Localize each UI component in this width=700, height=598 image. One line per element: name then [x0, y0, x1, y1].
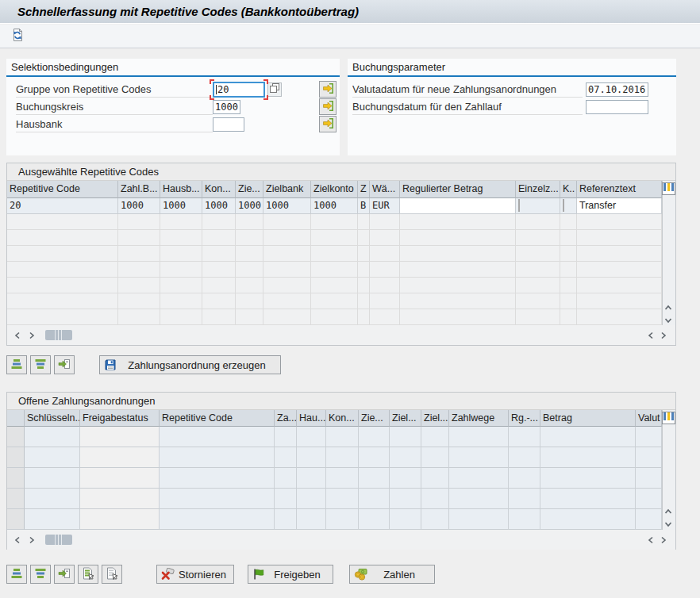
table-row-empty	[7, 447, 675, 468]
column-header[interactable]: Ziel...	[390, 410, 421, 427]
column-header[interactable]: Rg.-...	[509, 410, 540, 427]
scroll-up-button[interactable]	[663, 303, 673, 312]
pay-button[interactable]: Zahlen	[349, 565, 435, 584]
table-cell	[202, 214, 236, 230]
table-settings-button[interactable]	[662, 412, 675, 424]
column-header[interactable]: Ziel...	[421, 410, 449, 427]
column-header[interactable]: Kon...	[202, 181, 236, 198]
column-header[interactable]: Zahl.B...	[118, 181, 160, 198]
scroll-left-button[interactable]	[12, 535, 23, 546]
value-date-input[interactable]: 07.10.2016	[586, 82, 648, 97]
refresh-button[interactable]	[8, 27, 27, 46]
column-header[interactable]: Za...	[275, 410, 297, 427]
cell-zahl-b[interactable]: 1000	[118, 198, 160, 214]
table-cell	[390, 427, 421, 447]
choose-detail-button[interactable]	[54, 355, 75, 374]
sort-ascending-button[interactable]	[6, 565, 27, 584]
column-header[interactable]: Einzelz...	[516, 181, 560, 198]
column-header[interactable]: Hau...	[297, 410, 326, 427]
house-bank-input[interactable]	[213, 117, 244, 132]
column-header[interactable]: Schlüsseln...	[25, 410, 80, 427]
create-payment-order-button[interactable]: Zahlungsanordnung erzeugen	[99, 355, 281, 374]
multiple-selection-button-3[interactable]	[319, 116, 337, 132]
cell-repetitive-code[interactable]: 20	[7, 198, 118, 214]
column-header[interactable]: Z	[358, 181, 370, 198]
cell-zielbank[interactable]: 1000	[263, 198, 311, 214]
page-left-button[interactable]	[645, 535, 656, 546]
table-cell	[297, 468, 326, 489]
column-header[interactable]: Wä...	[370, 181, 400, 198]
page-right-button[interactable]	[658, 535, 669, 546]
cell-referenztext[interactable]: Transfer	[577, 198, 662, 214]
selected-codes-actions: Zahlungsanordnung erzeugen	[6, 355, 281, 374]
table-cell	[449, 468, 509, 489]
value-help-button[interactable]	[267, 82, 282, 97]
table-cell	[359, 509, 390, 530]
scrollbar-thumb[interactable]	[45, 330, 72, 340]
scroll-up-button[interactable]	[663, 507, 673, 516]
cell-waehrung[interactable]: EUR	[370, 198, 400, 214]
cell-regulierter-betrag-input[interactable]	[400, 198, 516, 214]
scroll-right-button[interactable]	[26, 330, 37, 341]
page-right-button[interactable]	[658, 330, 669, 341]
column-header[interactable]: Zahlwege	[449, 410, 509, 427]
row-selector-cell[interactable]	[7, 509, 25, 530]
row-selector-cell[interactable]	[7, 489, 25, 509]
cell-zie[interactable]: 1000	[236, 198, 263, 214]
column-header[interactable]: Repetitive Code	[160, 410, 275, 427]
column-header[interactable]: Kon...	[326, 410, 359, 427]
column-header[interactable]: Zie...	[359, 410, 390, 427]
sort-descending-button[interactable]	[30, 565, 51, 584]
sort-descending-button[interactable]	[30, 355, 51, 374]
row-selector-cell[interactable]	[7, 427, 25, 447]
select-all-button[interactable]	[78, 565, 98, 584]
column-header[interactable]: Hausb...	[160, 181, 202, 198]
row-selector-cell[interactable]	[7, 447, 25, 468]
scroll-down-button[interactable]	[663, 316, 673, 325]
column-header[interactable]: Zielbank	[263, 181, 311, 198]
column-header[interactable]: Referenztext	[577, 181, 662, 198]
company-code-input[interactable]: 1000	[213, 100, 240, 114]
multiple-selection-button-2[interactable]	[319, 98, 337, 115]
column-header[interactable]: Zie...	[236, 181, 263, 198]
multiple-selection-button-1[interactable]	[319, 81, 337, 98]
table-cell	[390, 447, 421, 468]
table-cell	[263, 278, 311, 293]
column-header[interactable]: Valut	[636, 410, 662, 427]
column-header[interactable]: Regulierter Betrag	[400, 181, 516, 198]
column-header[interactable]: Freigabestatus	[80, 410, 160, 427]
scroll-right-button[interactable]	[26, 535, 37, 546]
column-header[interactable]: Zielkonto	[311, 181, 358, 198]
table-cell	[80, 447, 160, 468]
cell-zielkonto[interactable]: 1000	[311, 198, 358, 214]
table-cell	[326, 427, 359, 447]
row-selector-cell[interactable]	[7, 468, 25, 489]
table-cell	[236, 246, 263, 262]
cell-einzelzahlung	[516, 198, 560, 214]
sort-ascending-button[interactable]	[6, 355, 27, 374]
deselect-all-button[interactable]	[102, 565, 122, 584]
table-cell	[25, 489, 80, 509]
column-header[interactable]: K..	[560, 181, 577, 198]
k-checkbox[interactable]	[563, 199, 564, 212]
column-header[interactable]: Repetitive Code	[7, 181, 118, 198]
scrollbar-thumb[interactable]	[45, 535, 72, 545]
cancel-button[interactable]: Stornieren	[156, 565, 234, 584]
table-cell	[560, 293, 577, 309]
cell-hausb[interactable]: 1000	[160, 198, 202, 214]
repetitive-codes-group-input[interactable]: 20	[213, 82, 265, 98]
scroll-down-button[interactable]	[663, 519, 673, 529]
scroll-left-button[interactable]	[12, 330, 23, 341]
table-cell	[560, 278, 577, 293]
table-settings-button[interactable]	[662, 182, 675, 195]
page-left-button[interactable]	[645, 330, 656, 341]
choose-detail-button[interactable]	[54, 565, 75, 584]
einzelzahlung-checkbox[interactable]	[518, 199, 520, 212]
column-header[interactable]: Betrag	[540, 410, 636, 427]
table-cell	[390, 489, 421, 509]
cell-z[interactable]: B	[358, 198, 370, 214]
cell-kon[interactable]: 1000	[202, 198, 236, 214]
release-button[interactable]: Freigeben	[248, 565, 333, 584]
posting-date-input[interactable]	[586, 100, 648, 114]
table-cell	[516, 278, 560, 293]
